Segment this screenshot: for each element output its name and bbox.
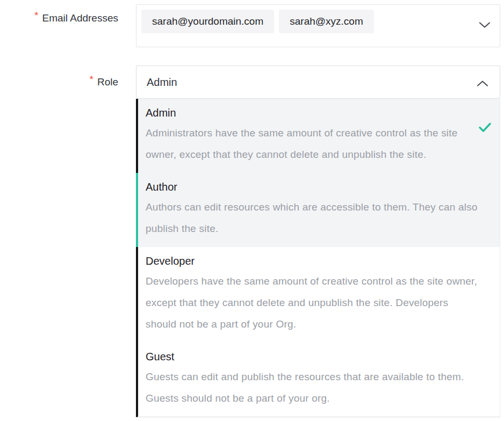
role-option-description: Authors can edit resources which are acc… — [146, 197, 481, 239]
required-asterisk: * — [90, 74, 93, 85]
email-chip-list: sarah@yourdomain.com sarah@xyz.com — [141, 10, 495, 33]
chevron-up-icon[interactable] — [477, 80, 488, 87]
role-option-title: Guest — [146, 349, 481, 364]
role-option-description: Guests can edit and publish the resource… — [146, 366, 481, 409]
invite-user-form: *Email Addresses sarah@yourdomain.com sa… — [0, 0, 504, 421]
role-option-description: Developers have the same amount of creat… — [146, 271, 481, 335]
role-label-text: Role — [97, 76, 118, 88]
role-option-author[interactable]: Author Authors can edit resources which … — [136, 173, 500, 247]
role-option-title: Developer — [146, 253, 481, 268]
email-addresses-input[interactable]: sarah@yourdomain.com sarah@xyz.com — [136, 4, 500, 47]
email-chip[interactable]: sarah@yourdomain.com — [141, 10, 274, 33]
role-select[interactable]: Admin — [136, 66, 500, 99]
check-icon — [479, 122, 491, 133]
role-dropdown: Admin Administrators have the same amoun… — [136, 99, 500, 417]
email-addresses-label: *Email Addresses — [0, 11, 118, 25]
role-selected-value: Admin — [147, 76, 177, 89]
role-option-guest[interactable]: Guest Guests can edit and publish the re… — [138, 343, 500, 417]
email-chip[interactable]: sarah@xyz.com — [279, 10, 374, 33]
role-option-developer[interactable]: Developer Developers have the same amoun… — [138, 247, 500, 343]
chevron-down-icon[interactable] — [479, 21, 491, 28]
role-option-admin[interactable]: Admin Administrators have the same amoun… — [138, 99, 500, 173]
role-option-title: Admin — [146, 105, 481, 120]
role-label: *Role — [0, 75, 118, 89]
role-option-title: Author — [146, 179, 481, 194]
required-asterisk: * — [34, 10, 38, 21]
role-option-description: Administrators have the same amount of c… — [146, 122, 481, 165]
email-addresses-label-text: Email Addresses — [42, 12, 118, 24]
